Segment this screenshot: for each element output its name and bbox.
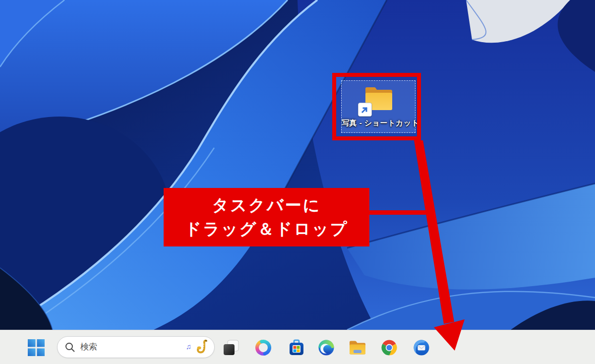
edge-button[interactable] [314,336,338,360]
chrome-icon [380,339,398,357]
thunderbird-button[interactable] [410,336,433,360]
saxophone-icon [195,339,208,355]
copilot-button[interactable] [251,336,275,360]
chrome-button[interactable] [377,336,401,360]
file-explorer-icon [348,339,367,356]
search-input[interactable] [79,342,182,353]
copilot-icon [254,339,272,357]
taskbar: ♫ [0,330,595,364]
desktop-wallpaper [0,0,595,330]
search-box[interactable]: ♫ [57,336,215,358]
screen: 写真 - ショートカット タスクバーに ドラッグ＆ドロップ [0,0,595,364]
thunderbird-icon [413,339,430,357]
desktop-shortcut-photos[interactable]: 写真 - ショートカット [341,80,416,133]
search-icon [64,342,75,353]
shortcut-arrow-icon [358,103,372,117]
task-view-icon [222,339,240,357]
windows-logo-icon [28,339,45,356]
task-view-button[interactable] [219,336,243,360]
microsoft-store-icon [288,339,305,357]
edge-icon [317,339,335,357]
shortcut-label: 写真 - ショートカット [342,119,415,128]
microsoft-store-button[interactable] [285,336,308,360]
start-button[interactable] [24,336,48,360]
file-explorer-button[interactable] [346,336,369,360]
music-notes-icon: ♫ [186,342,191,351]
